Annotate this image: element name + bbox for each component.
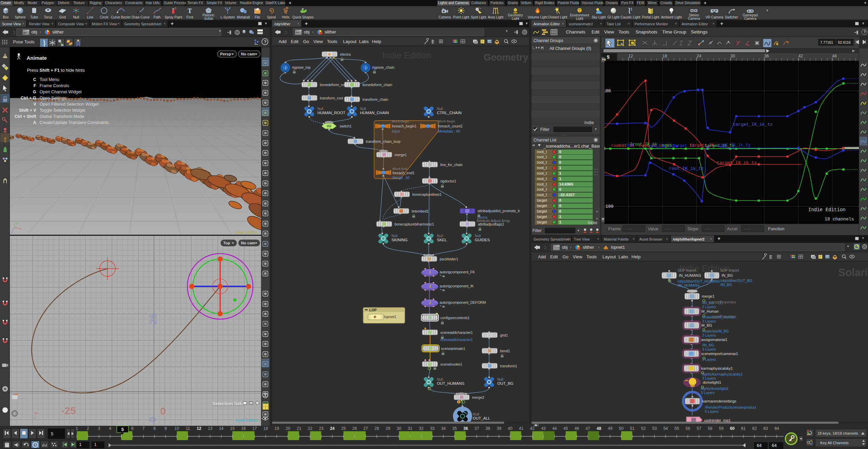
svg-text:LOP: LOP — [369, 308, 377, 312]
svg-text:CTRL_CHAIN: CTRL_CHAIN — [437, 111, 461, 115]
svg-text:-25: -25 — [147, 313, 159, 328]
svg-text:48: 48 — [832, 54, 837, 58]
svg-text:2 Layers: 2 Layers — [702, 305, 716, 309]
svg-text:electra: electra — [340, 52, 351, 56]
svg-text:IN_BG: IN_BG — [722, 273, 733, 277]
svg-text:OUT_BG: OUT_BG — [497, 381, 513, 385]
svg-text:44: 44 — [552, 426, 557, 431]
svg-text:line_for_chain: line_for_chain — [440, 163, 463, 167]
svg-text:0: 0 — [160, 405, 166, 417]
svg-text:5 Layers: 5 Layers — [705, 409, 718, 413]
svg-text:target_IK_ik_tx: target_IK_ik_tx — [717, 160, 757, 165]
svg-text:30: 30 — [730, 54, 735, 58]
svg-text:IN_HUMANS: IN_HUMANS — [679, 273, 701, 277]
svg-text:merge1: merge1 — [702, 294, 714, 298]
svg-text:Ctrl + G: Ctrl + G — [21, 96, 37, 100]
svg-text:15: 15 — [230, 426, 235, 431]
svg-text:tetembed1: tetembed1 — [412, 209, 429, 213]
svg-text:karmarendersettings: karmarendersettings — [702, 399, 737, 403]
svg-text:x: x — [19, 227, 21, 231]
svg-text:Open Channel Widget: Open Channel Widget — [40, 90, 82, 94]
svg-text:…erial Properties: …erial Properties — [708, 314, 736, 318]
svg-text:57: 57 — [697, 426, 701, 431]
svg-text:transform1: transform1 — [500, 364, 517, 368]
svg-text:No cam: No cam — [241, 52, 255, 56]
svg-text:/Render/Products/renderproduct: /Render/Products/renderproduct — [705, 405, 756, 409]
svg-text:autorigcomponent_IK: autorigcomponent_IK — [440, 284, 474, 288]
svg-text:bonecapturebiharmonic1: bonecapturebiharmonic1 — [395, 222, 434, 226]
svg-text:Null: Null — [475, 234, 481, 238]
svg-text:/IN_BG: /IN_BG — [720, 283, 732, 287]
svg-text:24: 24 — [697, 54, 701, 58]
svg-text:Open Settings: Open Settings — [40, 96, 67, 100]
svg-text:Indie Edition: Indie Edition — [235, 230, 257, 235]
svg-text:Null: Null — [473, 412, 479, 416]
svg-text:Top: Top — [223, 241, 230, 245]
svg-text:50: 50 — [619, 426, 624, 431]
svg-text:SKEL: SKEL — [437, 238, 447, 242]
svg-text:Create/Update Transient Constr: Create/Update Transient Constraints — [40, 120, 109, 125]
svg-text:22: 22 — [308, 426, 313, 431]
svg-text:!: ! — [458, 400, 459, 404]
svg-text:0: 0 — [147, 417, 158, 422]
svg-text:y→: y→ — [35, 411, 39, 415]
svg-text:43: 43 — [541, 426, 546, 431]
svg-text:3 Layers: 3 Layers — [702, 376, 716, 380]
svg-text:40: 40 — [508, 426, 513, 431]
svg-text:18: 18 — [663, 54, 667, 58]
svg-text:Block Begin: Block Begin — [392, 119, 409, 123]
svg-text:sceneaddcharacter1: sceneaddcharacter1 — [440, 330, 473, 335]
svg-text:sceneaddcharacter1: sceneaddcharacter1 — [440, 338, 473, 342]
svg-text:Null: Null — [317, 107, 323, 111]
svg-text:Input: Input — [392, 129, 400, 133]
svg-text:45: 45 — [564, 426, 568, 431]
svg-text:36: 36 — [764, 54, 769, 58]
svg-text:Persp: Persp — [220, 52, 231, 56]
svg-text:26: 26 — [352, 426, 357, 431]
svg-text:61: 61 — [741, 426, 746, 431]
svg-text:merge1: merge1 — [395, 153, 407, 157]
svg-text:3 Layers: 3 Layers — [701, 391, 714, 395]
svg-text:8: 8 — [153, 426, 156, 431]
svg-text:25: 25 — [341, 426, 346, 431]
svg-text:Ctrl + Shift: Ctrl + Shift — [14, 114, 36, 119]
svg-text:4: 4 — [109, 426, 111, 431]
svg-text:M_BG: M_BG — [701, 323, 712, 327]
svg-text:2: 2 — [87, 426, 89, 431]
svg-text:47: 47 — [586, 426, 590, 431]
svg-text:switch1: switch1 — [340, 124, 352, 128]
svg-text:assignmaterial1: assignmaterial1 — [701, 338, 727, 342]
svg-text:7: 7 — [142, 426, 145, 431]
svg-text:5: 5 — [122, 427, 124, 432]
svg-text:lopnet1: lopnet1 — [384, 315, 396, 319]
svg-text:Indie Edition: Indie Edition — [382, 50, 431, 60]
svg-text:SOP Import: SOP Import — [720, 268, 739, 272]
svg-text:3 Layers: 3 Layers — [702, 357, 716, 362]
svg-text:bonedeform_root: bonedeform_root — [320, 83, 347, 87]
svg-text:1: 1 — [76, 426, 78, 431]
svg-text:HUMAN_ROOT: HUMAN_ROOT — [317, 111, 345, 115]
svg-text:28: 28 — [374, 426, 379, 431]
svg-text:/lights/karmaphysicalsky1: /lights/karmaphysicalsky1 — [702, 372, 743, 376]
svg-text:packfolder1: packfolder1 — [440, 257, 458, 261]
svg-text:foreach_begin1: foreach_begin1 — [392, 124, 417, 128]
svg-text:V: V — [33, 102, 37, 107]
svg-text:12: 12 — [197, 426, 201, 431]
svg-text:19: 19 — [274, 426, 279, 431]
svg-text:/lights/domelight1: /lights/domelight1 — [701, 386, 729, 391]
svg-text:/obj/slither/OUT_BG: /obj/slither/OUT_BG — [720, 278, 752, 283]
svg-text:39: 39 — [497, 426, 501, 431]
svg-text:sceneinvoke1: sceneinvoke1 — [440, 362, 462, 366]
svg-text:attribadjusttags1: attribadjusttags1 — [478, 222, 504, 226]
svg-text:…erial Properties: …erial Properties — [708, 300, 736, 304]
svg-text:Animate: Animate — [27, 55, 47, 61]
svg-text:36: 36 — [464, 426, 468, 431]
svg-text:z: z — [34, 417, 36, 420]
svg-text:HUMAN_CHAIN: HUMAN_CHAIN — [360, 111, 389, 115]
svg-text:SKINING: SKINING — [392, 238, 408, 242]
svg-text:21: 21 — [297, 426, 301, 431]
svg-text:target_IK_ik_tz: target_IK_ik_tz — [733, 122, 773, 127]
svg-text:GUIDES: GUIDES — [475, 238, 490, 242]
svg-text:Null: Null — [437, 378, 443, 381]
svg-text:Metadata : 49: Metadata : 49 — [438, 129, 460, 133]
